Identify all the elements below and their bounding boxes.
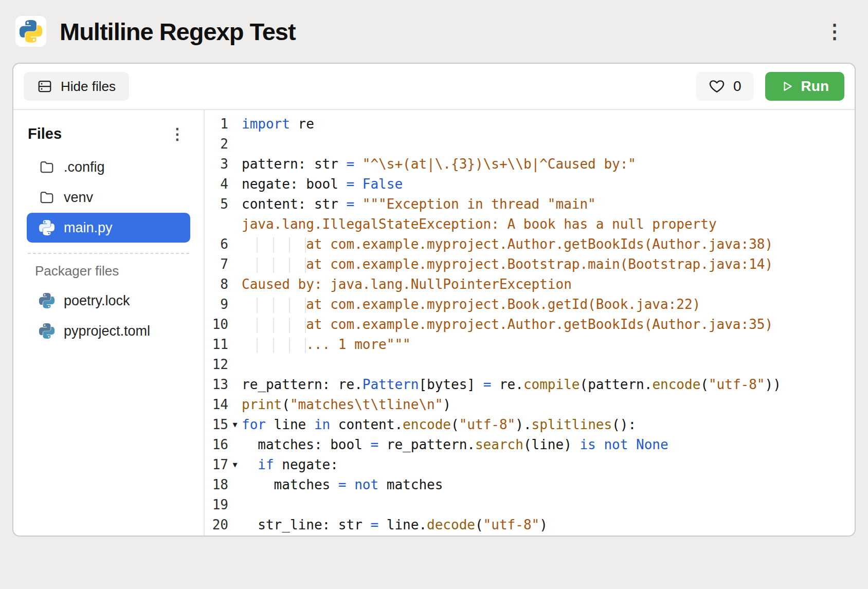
fold-spacer	[228, 274, 242, 294]
indent-guides	[242, 298, 306, 313]
code-text: if negate:	[242, 455, 855, 475]
token: negate:	[274, 457, 338, 472]
indent-guides	[242, 338, 306, 353]
token: =	[370, 517, 378, 532]
code-line[interactable]: 20 str_line: str = line.decode("utf-8")	[205, 515, 855, 535]
token	[354, 176, 363, 192]
token: content.	[330, 417, 403, 432]
code-line[interactable]: 16 matches: bool = re_pattern.search(lin…	[205, 435, 855, 455]
files-menu-kebab-icon[interactable]: ⋮	[166, 126, 189, 142]
run-button[interactable]: Run	[765, 72, 844, 101]
token: (pattern.	[580, 377, 652, 392]
token: re.	[491, 377, 523, 392]
file-item-venv[interactable]: venv	[27, 182, 190, 212]
code-text: matches: bool = re_pattern.search(line) …	[242, 435, 855, 455]
code-line[interactable]: 7at com.example.myproject.Bootstrap.main…	[205, 254, 855, 274]
fold-spacer	[228, 254, 242, 274]
code-text: for line in content.encode("utf-8").spli…	[242, 415, 855, 435]
file-item--config[interactable]: .config	[27, 152, 190, 182]
code-line[interactable]: 12	[205, 355, 855, 375]
code-line[interactable]: 10at com.example.myproject.Author.getBoo…	[205, 315, 855, 335]
file-label: .config	[64, 159, 105, 175]
code-line[interactable]: 8Caused by: java.lang.NullPointerExcepti…	[205, 274, 855, 294]
token: re_pattern: re.	[242, 377, 363, 392]
token: line.	[378, 517, 427, 532]
hide-files-button[interactable]: Hide files	[24, 72, 129, 101]
code-editor[interactable]: 1import re23pattern: str = "^\s+(at|\.{3…	[205, 110, 855, 536]
code-line[interactable]: 6at com.example.myproject.Author.getBook…	[205, 234, 855, 254]
token: pattern: str	[242, 156, 347, 172]
token: at com.example.myproject.Author.getBookI…	[306, 317, 773, 332]
sidebar-divider	[28, 253, 189, 254]
token: matches	[378, 477, 443, 492]
code-line[interactable]: 19	[205, 495, 855, 515]
code-line[interactable]: 9at com.example.myproject.Book.getId(Boo…	[205, 294, 855, 315]
line-number: 5	[205, 194, 228, 214]
token	[242, 457, 258, 472]
token: =	[370, 437, 378, 452]
fold-spacer	[228, 395, 242, 415]
code-text: matches = not matches	[242, 475, 855, 495]
fold-spacer	[228, 154, 242, 174]
code-line[interactable]: 3pattern: str = "^\s+(at|\.{3})\s+\\b|^C…	[205, 154, 855, 174]
fold-arrow-icon[interactable]: ▼	[228, 455, 242, 475]
token: content: str	[242, 196, 347, 212]
token: not	[604, 437, 628, 452]
files-sidebar: Files ⋮ .configvenvmain.py Packager file…	[13, 110, 205, 536]
line-number: 2	[205, 134, 228, 154]
likes-pill[interactable]: 0	[696, 72, 754, 101]
code-line[interactable]: java.lang.IllegalStateException: A book …	[205, 214, 855, 234]
code-line[interactable]: 11... 1 more"""	[205, 335, 855, 355]
workspace-panel: Hide files 0 Run Files ⋮ .configvenvmain…	[12, 63, 856, 537]
fold-spacer	[228, 315, 242, 335]
header-menu-kebab-icon[interactable]: ⋮	[817, 22, 853, 41]
hide-files-label: Hide files	[61, 79, 116, 95]
token: (	[451, 417, 459, 432]
token: encode	[403, 417, 451, 432]
token: line	[266, 417, 314, 432]
line-number	[205, 214, 228, 234]
code-text: pattern: str = "^\s+(at|\.{3})\s+\\b|^Ca…	[242, 154, 855, 174]
code-line[interactable]: 2	[205, 134, 855, 154]
token: Caused by: java.lang.NullPointerExceptio…	[242, 277, 572, 292]
fold-spacer	[228, 435, 242, 455]
code-line[interactable]: 4negate: bool = False	[205, 174, 855, 194]
heart-icon[interactable]	[709, 78, 725, 95]
token: Pattern	[363, 377, 419, 392]
token: (	[475, 517, 483, 532]
token: [bytes]	[419, 377, 483, 392]
line-number: 13	[205, 375, 228, 395]
file-item-main-py[interactable]: main.py	[27, 213, 190, 243]
code-line[interactable]: 17▼ if negate:	[205, 455, 855, 475]
token: print	[242, 397, 282, 412]
code-line[interactable]: 13re_pattern: re.Pattern[bytes] = re.com…	[205, 375, 855, 395]
token: java.lang.IllegalStateException: A book …	[242, 216, 717, 232]
code-text: str_line: str = line.decode("utf-8")	[242, 515, 855, 535]
token: at com.example.myproject.Author.getBookI…	[306, 236, 773, 252]
token: ():	[612, 417, 636, 432]
code-line[interactable]: 15▼for line in content.encode("utf-8").s…	[205, 415, 855, 435]
line-number: 3	[205, 154, 228, 174]
file-list: .configvenvmain.py	[27, 152, 190, 243]
fold-spacer	[228, 495, 242, 515]
fold-arrow-icon[interactable]: ▼	[228, 415, 242, 435]
token: =	[338, 477, 347, 492]
files-title: Files	[28, 125, 62, 142]
token: splitlines	[532, 417, 612, 432]
line-number: 9	[205, 294, 228, 315]
file-item-pyproject-toml[interactable]: pyproject.toml	[27, 316, 190, 346]
play-icon	[781, 80, 794, 93]
token: ... 1 more"""	[306, 337, 411, 352]
code-line[interactable]: 5content: str = """Exception in thread "…	[205, 194, 855, 214]
code-text: at com.example.myproject.Author.getBookI…	[242, 234, 855, 254]
line-number: 7	[205, 254, 228, 274]
code-line[interactable]: 14print("matches\t\tline\n")	[205, 395, 855, 415]
file-item-poetry-lock[interactable]: poetry.lock	[27, 286, 190, 316]
code-line[interactable]: 18 matches = not matches	[205, 475, 855, 495]
fold-spacer	[228, 114, 242, 134]
code-text: negate: bool = False	[242, 174, 855, 194]
code-line[interactable]: 1import re	[205, 114, 855, 134]
line-number: 10	[205, 315, 228, 335]
line-number: 19	[205, 495, 228, 515]
token: is	[580, 437, 595, 452]
